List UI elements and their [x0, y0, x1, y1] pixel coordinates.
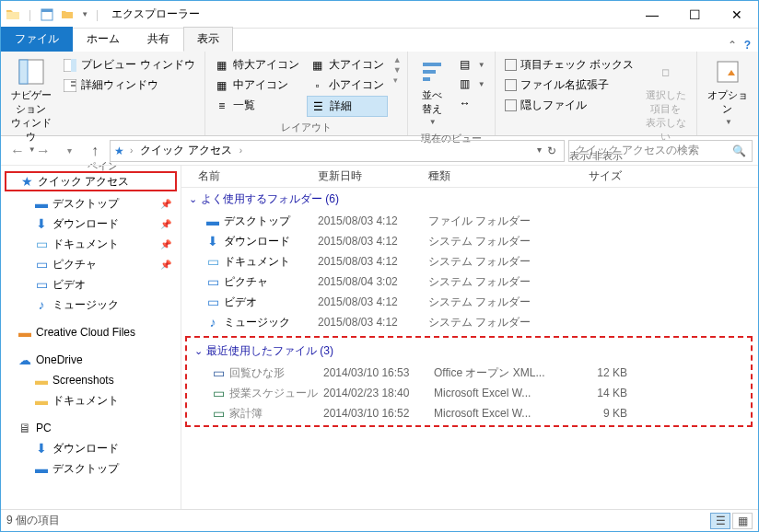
svg-rect-12: [718, 62, 738, 82]
tab-home[interactable]: ホーム: [73, 27, 134, 52]
file-type: ファイル フォルダー: [428, 214, 566, 229]
group-frequent[interactable]: ⌄ よく使用するフォルダー (6): [181, 188, 758, 211]
view-small-button[interactable]: ▫小アイコン: [307, 75, 388, 95]
file-date: 2015/08/04 3:02: [318, 275, 428, 288]
svg-rect-10: [423, 70, 436, 74]
recent-files-list: ▭回覧ひな形2014/03/10 16:53Office オープン XML...…: [187, 363, 751, 423]
file-type: システム フォルダー: [428, 254, 566, 270]
refresh-icon[interactable]: ↻: [543, 145, 560, 157]
sidebar-item-downloads-pc[interactable]: ⬇ダウンロード: [1, 438, 181, 458]
hide-selected-button[interactable]: ◻ 選択した項目を 表示しない: [639, 53, 693, 147]
sidebar-item-desktop-pc[interactable]: ▬デスクトップ: [1, 458, 181, 479]
breadcrumb-segment[interactable]: クイック アクセス: [138, 143, 233, 158]
tab-file[interactable]: ファイル: [1, 27, 73, 52]
sidebar-item-documents[interactable]: ▭ドキュメント📌: [1, 234, 181, 254]
sidebar-item-pc[interactable]: 🖥PC: [1, 418, 181, 438]
view-medium-button[interactable]: ▦中アイコン: [211, 75, 303, 95]
group-recent[interactable]: ⌄ 最近使用したファイル (3): [187, 340, 751, 363]
list-item[interactable]: ▭家計簿2014/03/10 16:52Microsoft Excel W...…: [187, 403, 751, 423]
column-headers[interactable]: 名前 更新日時 種類 サイズ: [181, 166, 758, 188]
item-checkboxes-toggle[interactable]: 項目チェック ボックス: [501, 55, 637, 75]
hide-icon: ◻: [651, 57, 681, 87]
xlarge-icon: ▦: [215, 58, 229, 73]
pictures-icon: ▭: [205, 274, 220, 289]
column-size[interactable]: サイズ: [566, 168, 622, 184]
close-button[interactable]: ✕: [716, 1, 758, 29]
column-type[interactable]: 種類: [428, 168, 566, 184]
list-item[interactable]: ▬デスクトップ2015/08/03 4:12ファイル フォルダー: [181, 211, 758, 231]
view-details-button[interactable]: ☰詳細: [307, 96, 388, 117]
view-large-button[interactable]: ▦大アイコン: [307, 55, 388, 75]
navigation-pane[interactable]: ★ クイック アクセス ▬デスクトップ📌 ⬇ダウンロード📌 ▭ドキュメント📌 ▭…: [1, 166, 181, 509]
sidebar-item-creative-cloud[interactable]: ▬Creative Cloud Files: [1, 322, 181, 342]
icons-view-toggle[interactable]: ▦: [732, 513, 753, 529]
add-columns-button[interactable]: ▥▼: [454, 75, 489, 93]
forward-button[interactable]: →: [32, 140, 54, 162]
sidebar-item-downloads[interactable]: ⬇ダウンロード📌: [1, 214, 181, 234]
file-ext-toggle[interactable]: ファイル名拡張子: [501, 75, 637, 95]
details-view-toggle[interactable]: ☰: [710, 513, 730, 529]
qat-properties-icon[interactable]: [39, 6, 55, 23]
file-date: 2015/08/03 4:12: [318, 295, 428, 308]
list-item[interactable]: ▭ドキュメント2015/08/03 4:12システム フォルダー: [181, 251, 758, 272]
pin-icon: 📌: [160, 219, 177, 229]
status-count: 9 個の項目: [6, 513, 60, 528]
address-box[interactable]: ★ › クイック アクセス › ▾ ↻: [110, 140, 565, 162]
list-item[interactable]: ▭授業スケジュール2014/02/23 18:40Microsoft Excel…: [187, 383, 751, 403]
ribbon-group-showhide: 項目チェック ボックス ファイル名拡張子 隠しファイル ◻ 選択した項目を 表示…: [496, 52, 697, 135]
column-name[interactable]: 名前: [198, 168, 318, 184]
sidebar-item-desktop[interactable]: ▬デスクトップ📌: [1, 193, 181, 214]
details-pane-button[interactable]: 詳細ウィンドウ: [59, 75, 198, 95]
list-item[interactable]: ▭ビデオ2015/08/03 4:12システム フォルダー: [181, 292, 758, 312]
ribbon-collapse-icon[interactable]: ⌃: [728, 39, 737, 52]
videos-icon: ▭: [205, 295, 220, 309]
back-button[interactable]: ←: [6, 140, 29, 162]
svg-rect-8: [71, 85, 76, 87]
sidebar-item-videos[interactable]: ▭ビデオ: [1, 274, 181, 295]
quick-access-star-icon: ★: [114, 145, 124, 157]
up-button[interactable]: ↑: [84, 140, 106, 162]
sidebar-item-onedrive[interactable]: ☁OneDrive: [1, 350, 181, 370]
sidebar-item-documents-od[interactable]: ▬ドキュメント: [1, 390, 181, 411]
svg-rect-1: [41, 9, 53, 12]
file-list[interactable]: 名前 更新日時 種類 サイズ ⌄ よく使用するフォルダー (6) ▬デスクトップ…: [181, 166, 758, 509]
recent-locations-button[interactable]: ▾: [58, 140, 80, 162]
ribbon-group-options: オプション ▼: [697, 52, 758, 135]
sidebar-item-screenshots[interactable]: ▬Screenshots: [1, 370, 181, 390]
sort-button[interactable]: 並べ替え ▼: [412, 53, 452, 130]
layout-more-expand-icon[interactable]: ▾: [393, 75, 402, 85]
view-xlarge-button[interactable]: ▦特大アイコン: [211, 55, 303, 75]
file-date: 2014/03/10 16:52: [323, 407, 434, 420]
list-item[interactable]: ⬇ダウンロード2015/08/03 4:12システム フォルダー: [181, 231, 758, 251]
list-item[interactable]: ▭回覧ひな形2014/03/10 16:53Office オープン XML...…: [187, 363, 751, 383]
size-columns-button[interactable]: ↔: [454, 94, 489, 112]
group-by-button[interactable]: ▤▼: [454, 55, 489, 74]
hidden-files-toggle[interactable]: 隠しファイル: [501, 96, 637, 115]
search-input[interactable]: クイック アクセスの検索 🔍: [568, 140, 753, 162]
sidebar-item-quick-access[interactable]: ★ クイック アクセス: [5, 171, 177, 191]
address-dropdown-icon[interactable]: ▾: [537, 145, 542, 157]
view-list-button[interactable]: ≡一覧: [211, 96, 303, 115]
chevron-down-icon: ▼: [723, 118, 732, 126]
desktop-icon: ▬: [205, 214, 220, 228]
column-date[interactable]: 更新日時: [318, 168, 428, 184]
tab-view[interactable]: 表示: [183, 27, 233, 52]
list-item[interactable]: ♪ミュージック2015/08/03 4:12システム フォルダー: [181, 312, 758, 332]
options-button[interactable]: オプション ▼: [701, 53, 754, 130]
tab-share[interactable]: 共有: [134, 27, 183, 52]
breadcrumb-arrow-icon[interactable]: ›: [128, 145, 134, 156]
minimize-button[interactable]: —: [631, 1, 673, 29]
explorer-window: | ▼ | エクスプローラー — ☐ ✕ ファイル ホーム 共有 表示 ⌃ ?: [0, 0, 759, 532]
breadcrumb-arrow-icon[interactable]: ›: [238, 145, 244, 156]
preview-pane-button[interactable]: プレビュー ウィンドウ: [59, 55, 198, 75]
help-icon[interactable]: ?: [744, 39, 751, 52]
sidebar-item-pictures[interactable]: ▭ピクチャ📌: [1, 254, 181, 274]
layout-more-down-icon[interactable]: ▼: [393, 65, 402, 75]
qat-dropdown-icon[interactable]: ▼: [79, 10, 88, 18]
pin-icon: 📌: [160, 199, 177, 209]
layout-more-up-icon[interactable]: ▲: [393, 55, 402, 64]
sidebar-item-music[interactable]: ♪ミュージック: [1, 295, 181, 315]
qat-newfolder-icon[interactable]: [59, 6, 76, 23]
maximize-button[interactable]: ☐: [673, 1, 716, 29]
list-item[interactable]: ▭ピクチャ2015/08/04 3:02システム フォルダー: [181, 272, 758, 292]
